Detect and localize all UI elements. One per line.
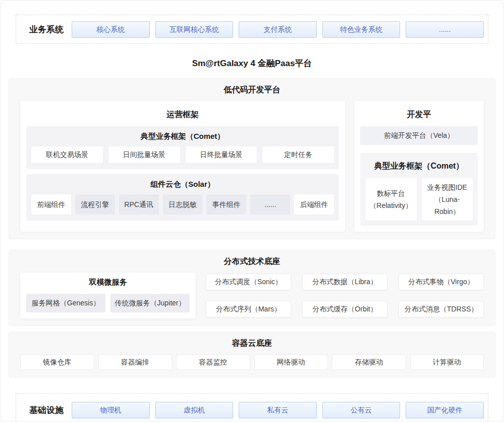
infrastructure-row: 基础设施 物理机 虚拟机 私有云 公有云 国产化硬件 <box>16 393 488 422</box>
operation-framework-title: 运营框架 <box>26 109 339 120</box>
dual-mode-items: 服务网格（Genesis） 传统微服务（Jupiter） <box>26 294 190 312</box>
component-frontend: 前端组件 <box>31 194 71 215</box>
business-system-core: 核心系统 <box>72 21 150 38</box>
relativity-platform-name: 数标平台 <box>366 187 416 199</box>
infra-physical-machine: 物理机 <box>72 402 150 418</box>
distributed-content: 双模微服务 服务网格（Genesis） 传统微服务（Jupiter） 分布式调度… <box>20 273 484 319</box>
infra-domestic-hardware: 国产化硬件 <box>406 402 484 418</box>
low-code-panel: 低代码开发平台 运营框架 典型业务框架（Comet） 联机交易场景 日间批量场景… <box>9 78 495 239</box>
container-orchestration: 容器编排 <box>98 354 173 370</box>
solar-warehouse-section: 组件云仓（Solar） 前端组件 流程引擎 RPC通讯 日志脱敏 事件组件 ..… <box>26 174 339 221</box>
container-cloud-items: 镜像仓库 容器编排 容器监控 网络驱动 存储驱动 计算驱动 <box>20 354 484 370</box>
infrastructure-label: 基础设施 <box>21 404 72 416</box>
scene-scheduled-task: 定时任务 <box>262 146 334 163</box>
distributed-scheduling-sonic: 分布式调度（Sonic） <box>206 274 291 290</box>
operation-framework-card: 运营框架 典型业务框架（Comet） 联机交易场景 日间批量场景 日终批量场景 … <box>20 101 345 232</box>
dual-mode-microservice-card: 双模微服务 服务网格（Genesis） 传统微服务（Jupiter） <box>20 273 196 319</box>
scene-eod-batch: 日终批量场景 <box>186 146 257 163</box>
business-systems-row: 业务系统 核心系统 互联网核心系统 支付系统 特色业务系统 ...... <box>16 15 488 44</box>
scene-daytime-batch: 日间批量场景 <box>108 146 180 163</box>
component-backend: 后端组件 <box>294 194 334 215</box>
distributed-panel: 分布式技术底座 双模微服务 服务网格（Genesis） 传统微服务（Jupite… <box>9 250 495 326</box>
component-ellipsis: ...... <box>250 194 290 215</box>
dev-comet-items: 数标平台 （Relativity） 业务视图IDE （Luna-Robin） <box>365 178 473 221</box>
luna-robin-ide-code: （Luna-Robin） <box>423 193 472 218</box>
component-event: 事件组件 <box>206 194 246 215</box>
comet-framework-items: 联机交易场景 日间批量场景 日终批量场景 定时任务 <box>31 146 334 163</box>
comet-framework-title: 典型业务框架（Comet） <box>31 131 334 141</box>
dev-platform-title: 开发平 <box>360 109 478 120</box>
infrastructure-boxes: 物理机 虚拟机 私有云 公有云 国产化硬件 <box>72 402 484 418</box>
frontend-dev-platform-vela: 前端开发平台（Vela） <box>360 126 478 145</box>
business-system-featured: 特色业务系统 <box>322 21 401 38</box>
business-systems-label: 业务系统 <box>21 24 72 35</box>
distributed-message-tdrss: 分布式消息（TDRSS） <box>399 301 484 318</box>
dev-platform-card: 开发平 前端开发平台（Vela） 典型业务框架（Comet） 数标平台 （Rel… <box>354 101 484 232</box>
platform-title: Sm@rtGalaxy 4 金融Paas平台 <box>1 56 503 71</box>
compute-driver: 计算驱动 <box>410 354 484 370</box>
distributed-data-libra: 分布式数据（Libra） <box>302 274 387 290</box>
distributed-services-grid: 分布式调度（Sonic） 分布式数据（Libra） 分布式事物（Virgo） 分… <box>206 273 484 319</box>
architecture-diagram-page: 业务系统 核心系统 互联网核心系统 支付系统 特色业务系统 ...... Sm@… <box>0 0 504 422</box>
storage-driver: 存储驱动 <box>332 354 406 370</box>
service-mesh-genesis: 服务网格（Genesis） <box>26 294 105 312</box>
business-systems-boxes: 核心系统 互联网核心系统 支付系统 特色业务系统 ...... <box>72 21 484 38</box>
infra-private-cloud: 私有云 <box>239 402 317 418</box>
container-cloud-panel: 容器云底座 镜像仓库 容器编排 容器监控 网络驱动 存储驱动 计算驱动 <box>9 332 495 378</box>
infra-public-cloud: 公有云 <box>322 402 401 418</box>
scene-online-transaction: 联机交易场景 <box>31 146 103 163</box>
low-code-content: 运营框架 典型业务框架（Comet） 联机交易场景 日间批量场景 日终批量场景 … <box>20 101 484 232</box>
distributed-transaction-virgo: 分布式事物（Virgo） <box>399 274 484 290</box>
relativity-platform-code: （Relativity） <box>366 199 416 212</box>
container-cloud-title: 容器云底座 <box>20 337 484 349</box>
business-system-internet-core: 互联网核心系统 <box>155 21 234 38</box>
component-rpc: RPC通讯 <box>119 194 159 215</box>
business-system-ellipsis: ...... <box>406 21 484 38</box>
traditional-microservice-jupiter: 传统微服务（Jupiter） <box>110 294 190 312</box>
distributed-panel-title: 分布式技术底座 <box>20 255 484 268</box>
business-system-payment: 支付系统 <box>239 21 317 38</box>
distributed-cache-orbit: 分布式缓存（Orbit） <box>302 301 387 318</box>
component-log-masking: 日志脱敏 <box>163 194 203 215</box>
distributed-sequence-mars: 分布式序列（Mars） <box>206 301 291 318</box>
solar-warehouse-items: 前端组件 流程引擎 RPC通讯 日志脱敏 事件组件 ...... 后端组件 <box>31 194 334 215</box>
relativity-platform: 数标平台 （Relativity） <box>365 178 417 221</box>
comet-framework-section: 典型业务框架（Comet） 联机交易场景 日间批量场景 日终批量场景 定时任务 <box>26 126 339 169</box>
dual-mode-title: 双模微服务 <box>26 277 190 288</box>
dev-comet-section: 典型业务框架（Comet） 数标平台 （Relativity） 业务视图IDE … <box>360 153 478 226</box>
dev-comet-title: 典型业务框架（Comet） <box>365 160 473 172</box>
infra-virtual-machine: 虚拟机 <box>155 402 234 418</box>
image-registry: 镜像仓库 <box>20 354 94 370</box>
component-process-engine: 流程引擎 <box>75 194 115 215</box>
solar-warehouse-title: 组件云仓（Solar） <box>31 179 334 189</box>
luna-robin-ide: 业务视图IDE （Luna-Robin） <box>422 178 473 221</box>
low-code-panel-title: 低代码开发平台 <box>20 84 484 96</box>
container-monitoring: 容器监控 <box>176 354 250 370</box>
luna-robin-ide-name: 业务视图IDE <box>423 181 472 193</box>
network-driver: 网络驱动 <box>254 354 328 370</box>
